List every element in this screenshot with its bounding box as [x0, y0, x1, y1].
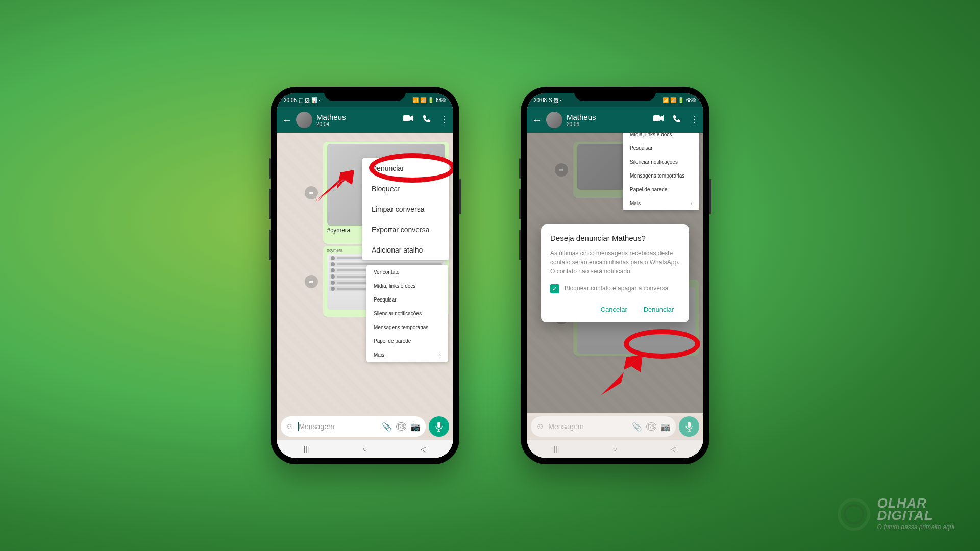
submenu-media[interactable]: Mídia, links e docs [623, 133, 699, 141]
options-submenu-bg: Mídia, links e docs Pesquisar Silenciar … [623, 133, 699, 210]
cancel-button[interactable]: Cancelar [599, 302, 629, 317]
svg-rect-0 [403, 115, 410, 121]
options-submenu: Ver contato Mídia, links e docs Pesquisa… [366, 265, 448, 362]
dialog-checkbox-row[interactable]: ✓ Bloquear contato e apagar a conversa [550, 284, 680, 293]
menu-item-report[interactable]: Denunciar [362, 158, 449, 179]
status-icons-right: 📶 📶 🔋 [412, 97, 434, 103]
header-info[interactable]: Matheus 20:06 [567, 113, 649, 127]
submenu-search[interactable]: Pesquisar [366, 293, 448, 307]
input-placeholder: Mensagem [548, 422, 583, 431]
screen-left: 20:05 ⬚ 🖼 📊 · 📶 📶 🔋 68% ← Matheus 20:04 [277, 93, 453, 458]
nav-back-icon[interactable]: ◁ [671, 445, 676, 453]
submenu-more[interactable]: Mais [623, 196, 699, 210]
screen-right: 20:08 S 🖼 · 📶 📶 🔋 68% ← Matheus 20:06 ⋮ [527, 93, 703, 458]
status-time: 20:05 [284, 97, 297, 103]
video-call-icon[interactable] [653, 115, 664, 125]
back-arrow-icon[interactable]: ← [532, 114, 542, 126]
video-call-icon[interactable] [403, 115, 413, 125]
nav-home-icon[interactable]: ○ [613, 445, 617, 453]
payment-icon[interactable]: R$ [646, 422, 656, 431]
attach-icon[interactable]: 📎 [382, 422, 392, 432]
chat-area[interactable]: ➦ #cymera 19:59 ✓✓ ➦ #cymera 20:03 ✓✓ [277, 133, 453, 413]
attach-icon[interactable]: 📎 [632, 422, 642, 432]
menu-item-export[interactable]: Exportar conversa [362, 219, 449, 240]
camera-icon[interactable]: 📷 [410, 422, 421, 432]
status-icons-left: S 🖼 · [549, 97, 561, 103]
watermark-logo: OLHAR DIGITAL O futuro passa primeiro aq… [838, 497, 954, 531]
contact-name: Matheus [567, 113, 649, 121]
emoji-icon[interactable]: ☺ [536, 422, 544, 431]
svg-rect-5 [653, 115, 660, 121]
options-menu: Denunciar Bloquear Limpar conversa Expor… [362, 158, 449, 260]
dialog-body: As últimas cinco mensagens recebidas des… [550, 248, 680, 276]
submenu-view-contact[interactable]: Ver contato [366, 265, 448, 279]
header-info[interactable]: Matheus 20:04 [316, 113, 399, 127]
last-seen: 20:04 [316, 121, 399, 127]
checkbox-icon[interactable]: ✓ [550, 284, 559, 293]
status-bar: 20:05 ⬚ 🖼 📊 · 📶 📶 🔋 68% [277, 93, 453, 107]
audio-call-icon[interactable] [423, 115, 431, 125]
report-button[interactable]: Denunciar [642, 302, 676, 317]
menu-item-clear[interactable]: Limpar conversa [362, 199, 449, 219]
more-menu-icon[interactable]: ⋮ [690, 115, 698, 125]
chat-area[interactable]: ➦ ➦ #cymera Ver contato Mídia, links e d… [527, 133, 703, 413]
svg-rect-10 [688, 422, 691, 428]
nav-recent-icon[interactable]: ||| [554, 445, 559, 453]
avatar[interactable] [546, 112, 562, 128]
forward-icon[interactable]: ➦ [305, 186, 318, 199]
logo-slogan: O futuro passa primeiro aqui [877, 523, 954, 531]
android-nav: ||| ○ ◁ [277, 440, 453, 458]
more-menu-icon[interactable]: ⋮ [440, 115, 448, 125]
status-battery: 68% [436, 97, 446, 103]
submenu-temp-msg[interactable]: Mensagens temporárias [623, 169, 699, 183]
nav-recent-icon[interactable]: ||| [304, 445, 309, 453]
submenu-temp-msg[interactable]: Mensagens temporárias [366, 320, 448, 334]
contact-name: Matheus [316, 113, 399, 121]
chat-header: ← Matheus 20:06 ⋮ [527, 107, 703, 133]
submenu-mute[interactable]: Silenciar notificações [623, 155, 699, 169]
message-input[interactable]: ☺ Mensagem 📎 R$ 📷 [281, 416, 426, 437]
avatar[interactable] [296, 112, 312, 128]
nav-home-icon[interactable]: ○ [363, 445, 367, 453]
input-bar: ☺ Mensagem 📎 R$ 📷 [277, 413, 453, 440]
phone-left: 20:05 ⬚ 🖼 📊 · 📶 📶 🔋 68% ← Matheus 20:04 [271, 87, 459, 464]
submenu-more[interactable]: Mais [366, 348, 448, 362]
status-icons-left: ⬚ 🖼 📊 · [299, 97, 320, 103]
android-nav: ||| ○ ◁ [527, 440, 703, 458]
last-seen: 20:06 [567, 121, 649, 127]
back-arrow-icon[interactable]: ← [282, 114, 292, 126]
payment-icon[interactable]: R$ [396, 422, 406, 431]
submenu-wallpaper[interactable]: Papel de parede [623, 183, 699, 196]
mic-button[interactable] [429, 416, 449, 437]
message-input[interactable]: ☺ Mensagem 📎 R$ 📷 [531, 416, 676, 437]
logo-line2: DIGITAL [877, 508, 933, 523]
chat-header: ← Matheus 20:04 ⋮ [277, 107, 453, 133]
checkbox-label: Bloquear contato e apagar a conversa [565, 284, 668, 293]
status-icons-right: 📶 📶 🔋 [663, 97, 684, 103]
camera-icon[interactable]: 📷 [660, 422, 671, 432]
submenu-mute[interactable]: Silenciar notificações [366, 307, 448, 320]
status-battery: 68% [686, 97, 696, 103]
audio-call-icon[interactable] [673, 115, 681, 125]
phone-right: 20:08 S 🖼 · 📶 📶 🔋 68% ← Matheus 20:06 ⋮ [521, 87, 709, 464]
svg-rect-4 [437, 422, 440, 428]
input-placeholder: Mensagem [299, 422, 334, 431]
report-dialog: Deseja denunciar Matheus? As últimas cin… [541, 224, 689, 322]
emoji-icon[interactable]: ☺ [286, 422, 294, 431]
logo-circle-icon [838, 498, 870, 531]
nav-back-icon[interactable]: ◁ [421, 445, 426, 453]
forward-icon[interactable]: ➦ [305, 275, 318, 288]
submenu-wallpaper[interactable]: Papel de parede [366, 334, 448, 348]
menu-item-block[interactable]: Bloquear [362, 179, 449, 199]
input-bar: ☺ Mensagem 📎 R$ 📷 [527, 413, 703, 440]
status-time: 20:08 [534, 97, 547, 103]
submenu-media[interactable]: Mídia, links e docs [366, 279, 448, 293]
submenu-search[interactable]: Pesquisar [623, 141, 699, 155]
status-bar: 20:08 S 🖼 · 📶 📶 🔋 68% [527, 93, 703, 107]
menu-item-shortcut[interactable]: Adicionar atalho [362, 240, 449, 260]
mic-button[interactable] [679, 416, 699, 437]
dialog-title: Deseja denunciar Matheus? [550, 234, 680, 242]
